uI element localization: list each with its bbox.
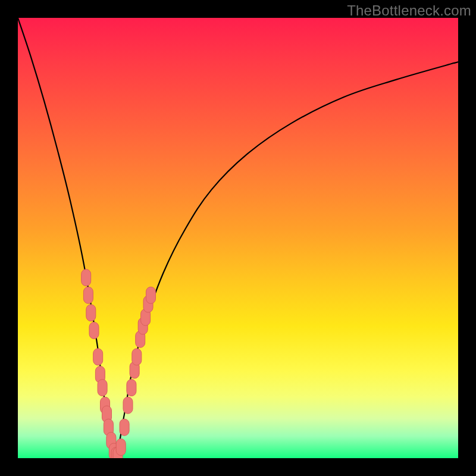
plot-area <box>18 18 458 458</box>
data-marker <box>132 349 142 365</box>
data-markers <box>82 270 156 458</box>
data-marker <box>146 287 155 303</box>
watermark-text: TheBottleneck.com <box>347 2 471 19</box>
curve-svg <box>18 18 458 458</box>
data-marker <box>83 287 93 303</box>
data-marker <box>123 397 133 414</box>
data-marker <box>116 439 126 456</box>
data-marker <box>89 322 99 339</box>
data-marker <box>93 349 103 365</box>
data-marker <box>86 305 96 321</box>
data-marker <box>120 419 129 436</box>
chart-frame: TheBottleneck.com <box>0 0 476 476</box>
data-marker <box>98 380 107 396</box>
bottleneck-curve <box>18 18 458 458</box>
data-marker <box>82 270 91 286</box>
data-marker <box>127 380 136 396</box>
